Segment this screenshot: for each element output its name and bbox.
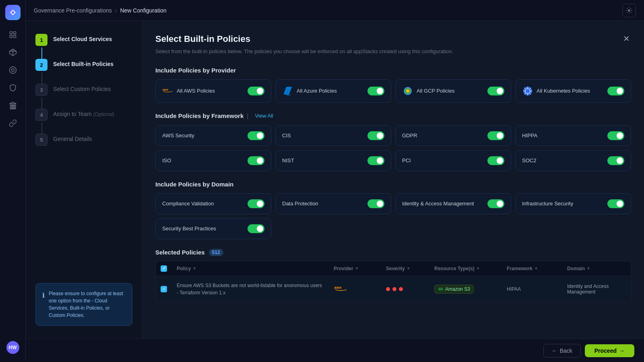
svg-rect-12 [10,105,12,109]
row-domain: Identity and Access Management [562,276,631,302]
azure-toggle[interactable] [367,87,384,95]
back-button[interactable]: ← Back [543,344,581,358]
security-best-label: Security Best Practices [162,225,216,232]
row-framework: HIPAA [502,276,562,302]
provider-sort-icon: ▼ [355,266,359,271]
step-1: 1 Select Cloud Services [35,34,132,59]
iam-toggle[interactable] [487,199,504,208]
shield-nav-icon[interactable] [6,81,20,95]
breadcrumb-parent: Governance Pre-configurations [34,7,112,14]
settings-icon[interactable] [622,4,636,17]
footer: ← Back Proceed → [26,339,644,362]
iso-toggle[interactable] [248,156,264,165]
framework-section-title: Include Policies by Framework [155,112,244,119]
azure-policy-card[interactable]: All Azure Policies [275,79,391,103]
aws-security-card[interactable]: AWS Security [155,125,271,146]
bank-nav-icon[interactable] [6,98,20,113]
select-all-checkbox[interactable] [161,265,167,272]
step-5: 5 General Details [35,134,132,159]
info-box: ℹ Please ensure to configure at least on… [35,283,132,326]
k8s-logo [522,85,533,97]
table-row: Ensure AWS S3 Buckets are not world-list… [155,276,631,302]
gcp-policy-card[interactable]: All GCP Policies [395,79,511,103]
close-button[interactable]: ✕ [620,32,633,45]
proceed-arrow-icon: → [619,348,625,354]
domain-grid-row2: Security Best Practices [155,218,631,239]
svg-point-9 [11,69,14,72]
aws-label: aws All AWS Policies [162,85,215,97]
gdpr-card[interactable]: GDPR [395,125,511,146]
resource-sort-icon: ▼ [476,266,480,271]
row-checkbox-cell[interactable] [156,276,172,302]
view-all-link[interactable]: View All [255,113,273,119]
proceed-button[interactable]: Proceed → [585,344,634,357]
compliance-card[interactable]: Compliance Validation [155,193,271,214]
back-arrow-icon: ← [552,348,557,354]
nist-toggle[interactable] [367,156,384,165]
svg-point-0 [12,11,14,14]
stack-icon[interactable] [6,45,20,60]
framework-grid-row1: AWS Security CIS GDPR HIPPA [155,125,631,146]
step-line-3 [41,97,42,109]
stepper: 1 Select Cloud Services 2 Select Built-i… [26,21,142,339]
svg-text:aws: aws [334,285,342,289]
selected-policies-title: Selected Policies [155,249,205,256]
row-provider: aws [329,276,381,302]
svg-text:aws: aws [163,87,169,91]
azure-logo [282,85,293,97]
gcp-toggle[interactable] [487,87,504,95]
resource-icon [438,286,444,292]
iam-card[interactable]: Identity & Access Management [395,193,511,214]
domain-grid-row1: Compliance Validation Data Protection Id… [155,193,631,214]
cis-toggle[interactable] [367,131,384,140]
policies-count-badge: 512 [209,249,223,256]
soc2-toggle[interactable] [607,156,624,165]
main-panel: ✕ Select Built-in Policies Select from t… [142,21,644,339]
data-protection-card[interactable]: Data Protection [275,193,391,214]
row-checkbox[interactable] [161,286,167,292]
infra-security-card[interactable]: Infrastructure Security [515,193,631,214]
compliance-toggle[interactable] [248,199,264,208]
azure-label: All Azure Policies [282,85,337,97]
aws-toggle[interactable] [248,87,264,95]
hippa-toggle[interactable] [607,131,624,140]
panel-title: Select Built-in Policies [155,34,631,44]
table-header: Policy ▼ Provider ▼ Severity ▼ Resource … [155,261,631,276]
header-framework: Framework ▼ [502,261,562,276]
link-nav-icon[interactable] [6,116,20,130]
breadcrumb-separator: › [115,7,117,14]
infra-security-toggle[interactable] [607,199,624,208]
pci-label: PCI [402,157,411,163]
step-line-1 [41,48,42,59]
circle-nav-icon[interactable] [6,63,20,77]
nist-card[interactable]: NIST [275,150,391,171]
domain-sort-icon: ▼ [586,266,590,271]
data-protection-label: Data Protection [282,201,318,207]
layers-icon[interactable] [6,27,20,42]
header-checkbox-cell[interactable] [156,261,172,276]
breadcrumb-current: New Configuration [120,7,166,14]
iso-card[interactable]: ISO [155,150,271,171]
aws-security-toggle[interactable] [248,131,264,140]
breadcrumb: Governance Pre-configurations › New Conf… [34,7,167,14]
cis-card[interactable]: CIS [275,125,391,146]
security-best-card[interactable]: Security Best Practices [155,218,271,239]
iam-label: Identity & Access Management [402,201,474,207]
aws-policy-card[interactable]: aws All AWS Policies [155,79,271,103]
domain-section-title: Include Policies by Domain [155,181,631,188]
pci-toggle[interactable] [487,156,504,165]
header-provider: Provider ▼ [329,261,381,276]
hippa-card[interactable]: HIPPA [515,125,631,146]
provider-section-title: Include Policies by Provider [155,67,631,74]
k8s-label: All Kubernetes Policies [522,85,590,97]
security-best-toggle[interactable] [248,224,264,233]
step-label-2: Select Built-in Policies [53,59,114,67]
k8s-policy-card[interactable]: All Kubernetes Policies [515,79,631,103]
pci-card[interactable]: PCI [395,150,511,171]
k8s-toggle[interactable] [607,87,624,95]
soc2-card[interactable]: SOC2 [515,150,631,171]
data-protection-toggle[interactable] [367,199,384,208]
row-policy: Ensure AWS S3 Buckets are not world-list… [172,276,329,302]
avatar[interactable]: HW [6,341,19,354]
gdpr-toggle[interactable] [487,131,504,140]
